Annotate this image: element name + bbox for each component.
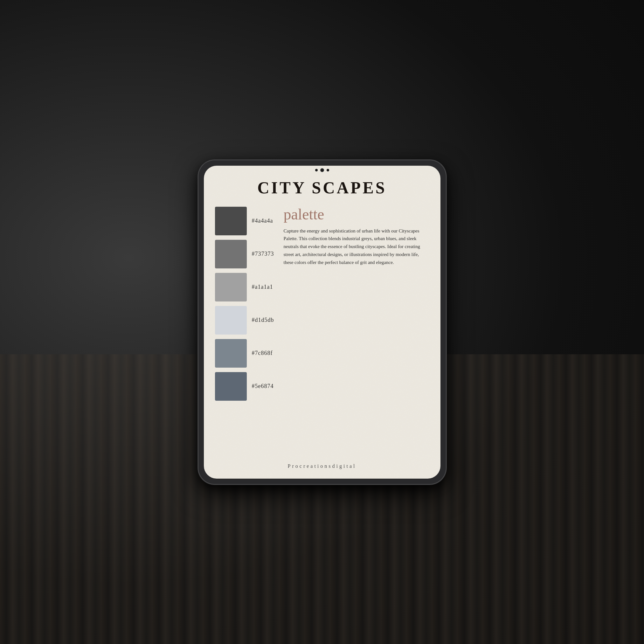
palette-title: CITY SCAPES <box>257 178 387 197</box>
color-hex-2: #737373 <box>252 251 274 257</box>
color-swatch-4 <box>215 306 247 335</box>
color-swatch-1 <box>215 207 247 235</box>
camera-dot <box>315 169 318 171</box>
palette-script-label: palette <box>284 207 429 222</box>
camera-bar <box>315 168 329 172</box>
content-area: #4a4a4a #737373 #a1a1a1 #d1d5db <box>215 207 429 457</box>
swatch-row-6: #5e6874 <box>215 372 274 401</box>
right-column: palette Capture the energy and sophistic… <box>280 207 429 457</box>
swatch-row-1: #4a4a4a <box>215 207 274 235</box>
color-hex-3: #a1a1a1 <box>252 284 273 290</box>
color-swatch-3 <box>215 273 247 301</box>
swatches-column: #4a4a4a #737373 #a1a1a1 #d1d5db <box>215 207 274 457</box>
color-swatch-5 <box>215 339 247 368</box>
screen-content: CITY SCAPES #4a4a4a #737373 #a1a1a1 <box>204 166 440 479</box>
brand-footer: Procreationsdigital <box>288 463 357 469</box>
color-hex-6: #5e6874 <box>252 383 274 390</box>
swatch-row-5: #7c868f <box>215 339 274 368</box>
swatch-row-4: #d1d5db <box>215 306 274 335</box>
palette-description: Capture the energy and sophistication of… <box>284 227 429 267</box>
color-hex-1: #4a4a4a <box>252 218 273 224</box>
swatch-row-2: #737373 <box>215 240 274 268</box>
tablet-screen: CITY SCAPES #4a4a4a #737373 #a1a1a1 <box>204 166 440 479</box>
camera-dot-2 <box>327 169 329 171</box>
color-swatch-6 <box>215 372 247 401</box>
tablet-device: CITY SCAPES #4a4a4a #737373 #a1a1a1 <box>198 160 446 484</box>
camera-lens <box>320 168 324 172</box>
color-hex-5: #7c868f <box>252 350 273 357</box>
color-hex-4: #d1d5db <box>252 317 274 323</box>
swatch-row-3: #a1a1a1 <box>215 273 274 301</box>
color-swatch-2 <box>215 240 247 268</box>
